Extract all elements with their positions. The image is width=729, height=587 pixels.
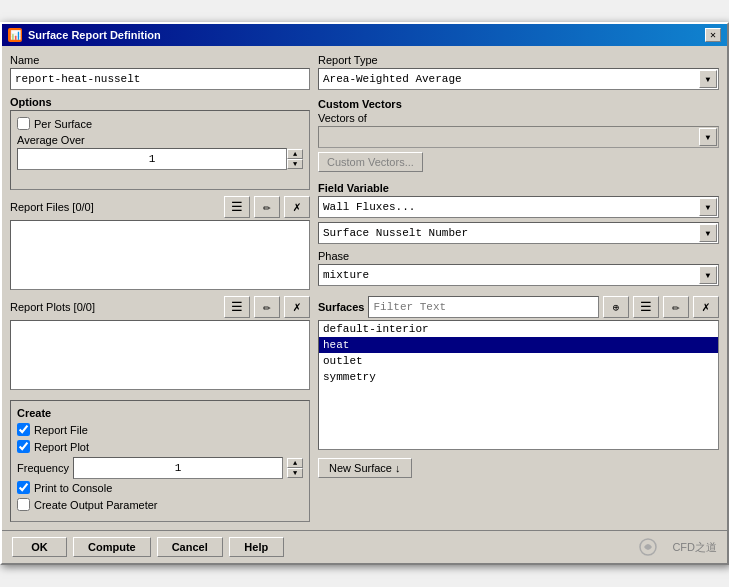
- options-section: Options Per Surface Average Over ▲ ▼: [10, 96, 310, 190]
- report-plots-list[interactable]: [10, 320, 310, 390]
- vectors-of-container: Vectors of ▼: [318, 112, 719, 148]
- report-plots-edit-btn[interactable]: ✏: [254, 296, 280, 318]
- dialog-title: Surface Report Definition: [28, 29, 161, 41]
- avg-over-label: Average Over: [17, 134, 85, 146]
- list-item[interactable]: heat: [319, 337, 718, 353]
- bottom-bar: OK Compute Cancel Help CFD之道: [2, 530, 727, 563]
- avg-over-input[interactable]: [17, 148, 287, 170]
- cancel-button[interactable]: Cancel: [157, 537, 223, 557]
- surfaces-list-btn[interactable]: ☰: [633, 296, 659, 318]
- avg-over-up[interactable]: ▲: [287, 149, 303, 159]
- sub-field-dropdown-container: Surface Nusselt Number ▼: [318, 222, 719, 244]
- frequency-down[interactable]: ▼: [287, 468, 303, 478]
- report-files-header: Report Files [0/0] ☰ ✏ ✗: [10, 196, 310, 218]
- options-box: Per Surface Average Over ▲ ▼: [10, 110, 310, 190]
- surfaces-filter[interactable]: [368, 296, 599, 318]
- surfaces-list[interactable]: default-interiorheatoutletsymmetry: [318, 320, 719, 450]
- close-button[interactable]: ✕: [705, 28, 721, 42]
- report-files-delete-btn[interactable]: ✗: [284, 196, 310, 218]
- report-type-section: Report Type Area-Weighted Average ▼: [318, 54, 719, 90]
- cfd-text: CFD之道: [672, 540, 717, 555]
- vectors-of-dropdown-container: ▼: [318, 126, 719, 148]
- print-console-row: Print to Console: [17, 481, 303, 494]
- report-plots-list-btn[interactable]: ☰: [224, 296, 250, 318]
- report-files-list-btn[interactable]: ☰: [224, 196, 250, 218]
- cfd-logo-svg: [638, 537, 668, 557]
- phase-dropdown[interactable]: mixture: [318, 264, 719, 286]
- report-plots-label: Report Plots [0/0]: [10, 301, 220, 313]
- vectors-of-label: Vectors of: [318, 112, 719, 124]
- sub-field-dropdown[interactable]: Surface Nusselt Number: [318, 222, 719, 244]
- phase-section: Phase mixture ▼: [318, 250, 719, 286]
- list-item[interactable]: outlet: [319, 353, 718, 369]
- name-input[interactable]: [10, 68, 310, 90]
- options-label: Options: [10, 96, 310, 108]
- create-output-label: Create Output Parameter: [34, 499, 158, 511]
- action-buttons: OK Compute Cancel Help: [12, 537, 284, 557]
- phase-label: Phase: [318, 250, 719, 262]
- report-type-label: Report Type: [318, 54, 719, 66]
- custom-vectors-label: Custom Vectors: [318, 98, 719, 110]
- report-plots-section: Report Plots [0/0] ☰ ✏ ✗: [10, 296, 310, 390]
- report-files-list[interactable]: [10, 220, 310, 290]
- surfaces-section: Surfaces ⊕ ☰ ✏ ✗ default-interiorheatout…: [318, 296, 719, 478]
- report-plot-row: Report Plot: [17, 440, 303, 453]
- left-panel: Name Options Per Surface Average Over: [10, 54, 310, 522]
- create-output-row: Create Output Parameter: [17, 498, 303, 511]
- report-file-checkbox[interactable]: [17, 423, 30, 436]
- per-surface-label: Per Surface: [34, 118, 92, 130]
- right-panel: Report Type Area-Weighted Average ▼ Cust…: [318, 54, 719, 522]
- phase-dropdown-container: mixture ▼: [318, 264, 719, 286]
- custom-vectors-section: Custom Vectors Vectors of ▼ Custom Vecto…: [318, 98, 719, 172]
- frequency-input[interactable]: [73, 457, 283, 479]
- report-plots-header: Report Plots [0/0] ☰ ✏ ✗: [10, 296, 310, 318]
- surfaces-edit-btn[interactable]: ✏: [663, 296, 689, 318]
- report-files-label: Report Files [0/0]: [10, 201, 220, 213]
- per-surface-row: Per Surface: [17, 117, 303, 130]
- report-type-dropdown-container: Area-Weighted Average ▼: [318, 68, 719, 90]
- frequency-up[interactable]: ▲: [287, 458, 303, 468]
- vectors-input-row: Vectors of ▼: [318, 112, 719, 148]
- print-console-label: Print to Console: [34, 482, 112, 494]
- field-variable-label: Field Variable: [318, 182, 719, 194]
- print-console-checkbox[interactable]: [17, 481, 30, 494]
- field-variable-dropdown-container: Wall Fluxes... ▼: [318, 196, 719, 218]
- app-icon: 📊: [8, 28, 22, 42]
- field-variable-section: Field Variable Wall Fluxes... ▼ Surface …: [318, 182, 719, 244]
- frequency-row: Frequency ▲ ▼: [17, 457, 303, 479]
- report-type-dropdown[interactable]: Area-Weighted Average: [318, 68, 719, 90]
- avg-over-down[interactable]: ▼: [287, 159, 303, 169]
- title-bar: 📊 Surface Report Definition ✕: [2, 24, 727, 46]
- per-surface-checkbox[interactable]: [17, 117, 30, 130]
- frequency-buttons: ▲ ▼: [287, 458, 303, 478]
- vectors-of-dropdown[interactable]: [318, 126, 719, 148]
- new-surface-button[interactable]: New Surface ↓: [318, 458, 412, 478]
- list-item[interactable]: symmetry: [319, 369, 718, 385]
- avg-over-spinner: ▲ ▼: [17, 148, 303, 170]
- surfaces-delete-btn[interactable]: ✗: [693, 296, 719, 318]
- report-files-edit-btn[interactable]: ✏: [254, 196, 280, 218]
- name-label: Name: [10, 54, 310, 66]
- report-plots-delete-btn[interactable]: ✗: [284, 296, 310, 318]
- create-section: Create Report File Report Plot Frequency…: [10, 400, 310, 522]
- avg-over-buttons: ▲ ▼: [287, 149, 303, 169]
- list-item[interactable]: default-interior: [319, 321, 718, 337]
- report-files-section: Report Files [0/0] ☰ ✏ ✗: [10, 196, 310, 290]
- compute-button[interactable]: Compute: [73, 537, 151, 557]
- create-output-checkbox[interactable]: [17, 498, 30, 511]
- surfaces-filter-icon-btn[interactable]: ⊕: [603, 296, 629, 318]
- surfaces-label: Surfaces: [318, 301, 364, 313]
- title-bar-left: 📊 Surface Report Definition: [8, 28, 161, 42]
- surface-report-dialog: 📊 Surface Report Definition ✕ Name Optio…: [0, 22, 729, 565]
- report-plot-checkbox[interactable]: [17, 440, 30, 453]
- report-file-label: Report File: [34, 424, 88, 436]
- help-button[interactable]: Help: [229, 537, 284, 557]
- surfaces-header: Surfaces ⊕ ☰ ✏ ✗: [318, 296, 719, 318]
- ok-button[interactable]: OK: [12, 537, 67, 557]
- custom-vectors-button[interactable]: Custom Vectors...: [318, 152, 423, 172]
- frequency-label: Frequency: [17, 462, 69, 474]
- cfd-watermark: CFD之道: [638, 537, 717, 557]
- report-plot-label: Report Plot: [34, 441, 89, 453]
- field-variable-dropdown[interactable]: Wall Fluxes...: [318, 196, 719, 218]
- avg-over-row: Average Over: [17, 134, 303, 148]
